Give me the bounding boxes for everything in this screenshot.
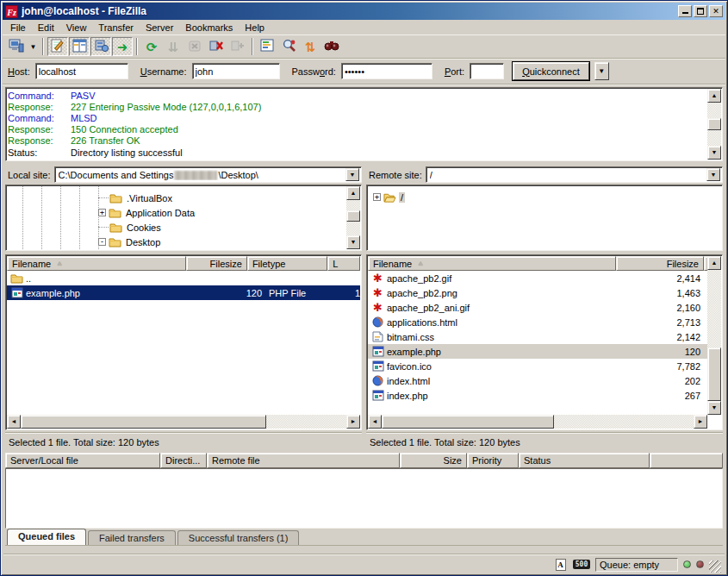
local-file-list[interactable]: Filename▲FilesizeFiletypeL ..example.php… <box>5 254 362 430</box>
column-header-size[interactable]: Size <box>400 453 467 468</box>
tree-item-desktop[interactable]: -Desktop <box>7 235 360 249</box>
synchronized-browsing-button[interactable]: ⇅ <box>300 37 320 56</box>
password-input[interactable] <box>341 63 432 79</box>
combo-dropdown-icon[interactable]: ▼ <box>345 168 359 181</box>
process-queue-button[interactable]: ⇊ <box>163 37 184 56</box>
toggle-message-log-button[interactable] <box>47 37 68 56</box>
file-row-index-html[interactable]: index.html202 <box>368 373 707 388</box>
maximize-button[interactable] <box>694 5 707 17</box>
scroll-left-icon[interactable]: ◄ <box>7 415 21 429</box>
column-header-l[interactable]: L <box>327 256 360 271</box>
title-bar[interactable]: Fz john@localhost - FileZilla ✕ <box>3 3 725 20</box>
tree-item-root[interactable]: +/ <box>368 190 721 204</box>
host-input[interactable] <box>35 63 128 79</box>
tree-scroll-thumb[interactable] <box>346 210 360 222</box>
remote-list-vscrollbar[interactable]: ▲ ▼ <box>707 256 721 415</box>
scroll-down-icon[interactable]: ▼ <box>707 146 721 160</box>
file-row-apache-pb2-ani-gif[interactable]: ✱apache_pb2_ani.gif2,160 <box>368 300 707 315</box>
log-line: Response:227 Entering Passive Mode (127,… <box>8 101 706 112</box>
scroll-left-icon[interactable]: ◄ <box>368 415 382 429</box>
expand-icon[interactable]: + <box>373 193 381 201</box>
menu-transfer[interactable]: Transfer <box>92 21 140 34</box>
tree-item--virtualbox[interactable]: .VirtualBox <box>7 191 360 205</box>
cancel-operation-button[interactable] <box>184 37 205 56</box>
speed-limit-icon[interactable]: 500 <box>573 560 590 569</box>
tab-queued-files[interactable]: Queued files <box>7 529 86 545</box>
file-row-bitnami-css[interactable]: bitnami.css2,142 <box>368 329 707 344</box>
hscroll-thumb[interactable] <box>382 415 554 429</box>
menu-help[interactable]: Help <box>239 21 271 34</box>
tab-failed-transfers[interactable]: Failed transfers <box>88 530 176 545</box>
expand-icon[interactable]: + <box>98 209 106 216</box>
menu-edit[interactable]: Edit <box>32 21 60 34</box>
log-scroll-thumb[interactable] <box>707 118 721 130</box>
queue-status-field: Queue: empty <box>595 558 678 572</box>
refresh-button[interactable]: ⟳ <box>141 37 162 56</box>
file-row-favicon-ico[interactable]: favicon.ico7,782 <box>368 359 707 373</box>
tab-successful-transfers-1-[interactable]: Successful transfers (1) <box>177 530 300 545</box>
remote-list-hscrollbar[interactable]: ◄ ► <box>368 415 707 429</box>
toggle-local-tree-button[interactable] <box>69 37 90 56</box>
collapse-icon[interactable]: - <box>98 238 106 246</box>
minimize-button[interactable] <box>678 5 692 17</box>
scroll-right-icon[interactable]: ► <box>346 415 360 429</box>
local-tree-scrollbar[interactable]: ▲ ▼ <box>346 186 360 249</box>
site-manager-dropdown-button[interactable]: ▼ <box>28 37 39 56</box>
scroll-up-icon[interactable]: ▲ <box>707 89 721 103</box>
scroll-down-icon[interactable]: ▼ <box>346 235 360 249</box>
menu-server[interactable]: Server <box>140 21 179 34</box>
datatype-indicator-icon[interactable]: A <box>553 558 568 572</box>
directory-comparison-button[interactable] <box>278 37 299 56</box>
local-site-combo[interactable]: C:\Documents and Settings\Desktop\ ▼ <box>54 166 362 183</box>
site-manager-button[interactable] <box>6 37 27 56</box>
file-row-applications-html[interactable]: applications.html2,713 <box>368 315 707 329</box>
resize-grip[interactable] <box>709 560 721 573</box>
column-header-filename[interactable]: Filename▲ <box>368 256 616 271</box>
scroll-up-icon[interactable]: ▲ <box>707 256 721 270</box>
remote-site-combo[interactable]: / ▼ <box>426 166 723 183</box>
column-header-server-local-file[interactable]: Server/Local file <box>5 453 160 468</box>
toggle-remote-tree-button[interactable] <box>90 37 111 56</box>
close-button[interactable]: ✕ <box>709 5 723 17</box>
find-files-button[interactable] <box>321 37 342 56</box>
toggle-transfer-queue-button[interactable]: ➜ <box>112 37 133 56</box>
column-header-filesize[interactable]: Filesize <box>186 256 247 271</box>
tree-item-application-data[interactable]: +Application Data <box>7 205 360 220</box>
column-header-remote-file[interactable]: Remote file <box>207 453 400 468</box>
filename-filters-button[interactable] <box>257 37 277 56</box>
file-row-apache-pb2-gif[interactable]: ✱apache_pb2.gif2,414 <box>368 271 707 285</box>
quickconnect-dropdown[interactable]: ▼ <box>594 62 609 80</box>
scroll-right-icon[interactable]: ► <box>694 415 707 429</box>
column-header-filename[interactable]: Filename▲ <box>7 256 186 271</box>
reconnect-button[interactable] <box>227 37 248 56</box>
column-header-status[interactable]: Status <box>519 453 650 468</box>
remote-file-list[interactable]: Filename▲Filesize ✱apache_pb2.gif2,414✱a… <box>366 254 723 430</box>
column-header-priority[interactable]: Priority <box>467 453 519 468</box>
queue-list-area[interactable] <box>5 468 723 529</box>
quickconnect-button[interactable]: Quickconnect <box>513 62 589 80</box>
username-input[interactable] <box>192 63 280 79</box>
tree-item-cookies[interactable]: Cookies <box>7 220 360 235</box>
column-header-filetype[interactable]: Filetype <box>247 256 327 271</box>
file-row-index-php[interactable]: index.php267 <box>368 388 707 403</box>
menu-bookmarks[interactable]: Bookmarks <box>179 21 239 34</box>
combo-dropdown-icon[interactable]: ▼ <box>706 168 720 181</box>
column-header-filesize[interactable]: Filesize <box>616 256 704 271</box>
hscroll-thumb[interactable] <box>21 415 266 429</box>
disconnect-button[interactable] <box>206 37 227 56</box>
log-scrollbar[interactable]: ▲ ▼ <box>707 89 721 160</box>
column-header-directi-[interactable]: Directi... <box>160 453 207 468</box>
remote-directory-tree[interactable]: +/ <box>366 185 723 251</box>
vscroll-thumb[interactable] <box>707 347 721 401</box>
local-list-hscrollbar[interactable]: ◄ ► <box>7 415 360 429</box>
scroll-up-icon[interactable]: ▲ <box>346 186 360 200</box>
file-row-apache-pb2-png[interactable]: ✱apache_pb2.png1,463 <box>368 285 707 300</box>
menu-file[interactable]: File <box>4 21 32 34</box>
file-row--[interactable]: .. <box>7 271 360 285</box>
file-row-example-php[interactable]: example.php120PHP File1 <box>7 285 360 300</box>
menu-view[interactable]: View <box>60 21 93 34</box>
file-row-example-php[interactable]: example.php120 <box>368 344 707 359</box>
local-directory-tree[interactable]: .VirtualBox+Application DataCookies-Desk… <box>5 185 362 251</box>
port-input[interactable] <box>470 63 504 79</box>
scroll-down-icon[interactable]: ▼ <box>707 401 721 415</box>
